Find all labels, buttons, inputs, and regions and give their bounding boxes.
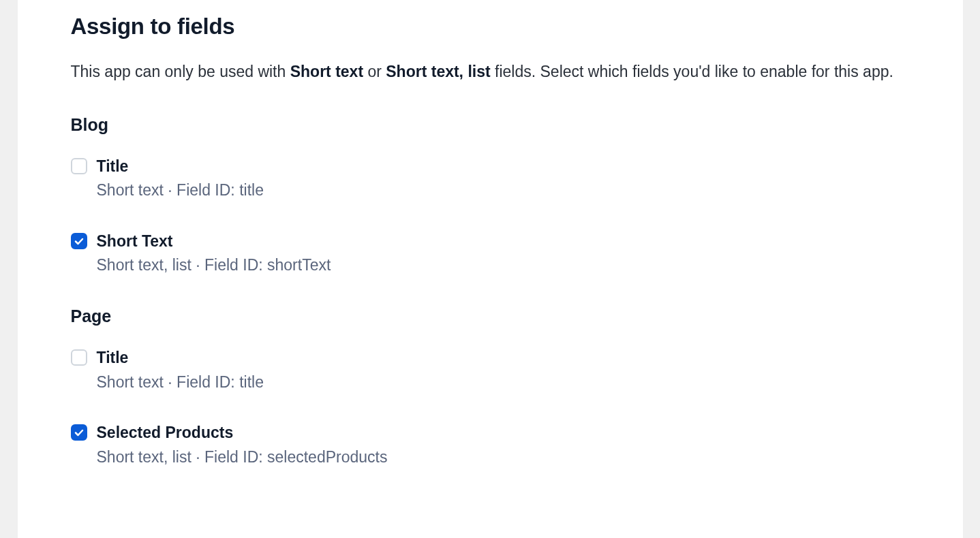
field-meta: Short text, list · Field ID: selectedPro… (97, 446, 388, 468)
assign-to-fields-card: Assign to fields This app can only be us… (18, 0, 963, 538)
field-item-blog-shorttext[interactable]: Short Text Short text, list · Field ID: … (71, 232, 910, 276)
field-body: Selected Products Short text, list · Fie… (97, 423, 388, 468)
field-body: Title Short text · Field ID: title (97, 157, 264, 202)
field-item-page-selectedproducts[interactable]: Selected Products Short text, list · Fie… (71, 423, 910, 468)
check-icon (74, 236, 85, 247)
field-body: Title Short text · Field ID: title (97, 348, 264, 393)
field-item-blog-title[interactable]: Title Short text · Field ID: title (71, 157, 910, 202)
description-suffix: fields. Select which fields you'd like t… (491, 63, 893, 80)
field-group-blog: Blog Title Short text · Field ID: title … (71, 115, 910, 276)
field-meta: Short text, list · Field ID: shortText (97, 254, 331, 276)
checkbox-page-title[interactable] (71, 349, 87, 366)
checkbox-blog-shorttext[interactable] (71, 233, 87, 249)
field-label: Selected Products (97, 423, 388, 443)
check-icon (74, 427, 85, 438)
checkbox-page-selectedproducts[interactable] (71, 424, 87, 441)
description-text: This app can only be used with Short tex… (71, 60, 910, 84)
field-item-page-title[interactable]: Title Short text · Field ID: title (71, 348, 910, 393)
description-prefix: This app can only be used with (71, 63, 290, 80)
field-body: Short Text Short text, list · Field ID: … (97, 232, 331, 276)
field-label: Short Text (97, 232, 331, 252)
description-bold-2: Short text, list (386, 63, 490, 80)
group-heading-page: Page (71, 306, 910, 326)
group-heading-blog: Blog (71, 115, 910, 135)
field-meta: Short text · Field ID: title (97, 371, 264, 393)
field-group-page: Page Title Short text · Field ID: title … (71, 306, 910, 468)
field-label: Title (97, 157, 264, 177)
field-label: Title (97, 348, 264, 368)
page-heading: Assign to fields (71, 14, 910, 39)
checkbox-blog-title[interactable] (71, 158, 87, 174)
field-meta: Short text · Field ID: title (97, 179, 264, 201)
description-bold-1: Short text (290, 63, 363, 80)
description-mid: or (363, 63, 386, 80)
